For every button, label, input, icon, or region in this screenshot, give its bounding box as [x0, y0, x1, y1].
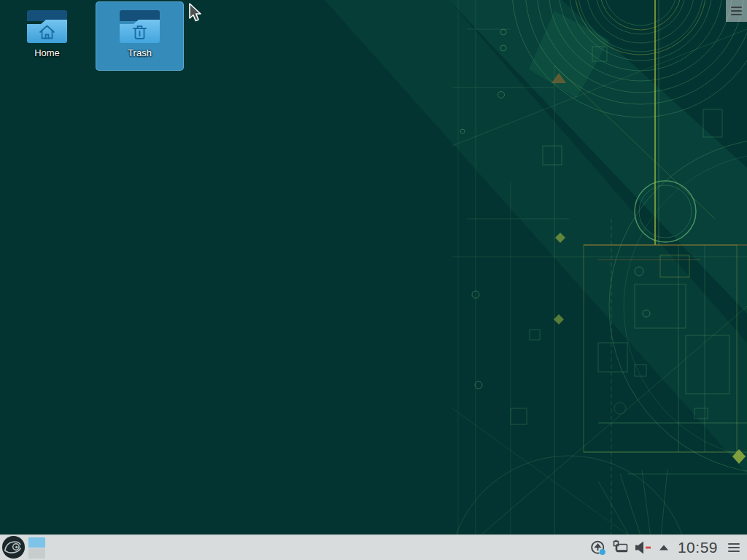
trash-folder-icon	[119, 9, 160, 44]
system-tray: 10:59	[591, 539, 741, 556]
desktop-wallpaper	[0, 0, 747, 534]
network-wired-icon[interactable]	[612, 540, 628, 556]
desktop-toolbox-button[interactable]	[726, 0, 747, 22]
taskbar: 10:59	[0, 534, 747, 560]
digital-clock[interactable]: 10:59	[678, 539, 718, 556]
desktop-icon-home[interactable]: Home	[3, 1, 91, 71]
panel-toolbox-button[interactable]	[727, 540, 741, 555]
software-updates-icon[interactable]	[591, 540, 606, 556]
virtual-desktop-pager[interactable]	[28, 537, 45, 559]
expand-tray-arrow-icon[interactable]	[659, 544, 669, 551]
pager-desktop-2[interactable]	[28, 548, 45, 559]
icon-label-home: Home	[34, 47, 60, 58]
desktop-icon-trash[interactable]: Trash	[96, 1, 184, 71]
audio-volume-muted-icon[interactable]	[634, 540, 653, 555]
hamburger-menu-icon	[731, 7, 742, 15]
pager-desktop-1-active[interactable]	[28, 537, 45, 548]
application-launcher-button[interactable]	[1, 535, 26, 559]
home-folder-icon	[26, 9, 68, 44]
muted-indicator	[646, 547, 651, 549]
icon-label-trash: Trash	[128, 47, 152, 58]
mouse-cursor	[188, 3, 201, 23]
update-badge	[600, 549, 605, 555]
